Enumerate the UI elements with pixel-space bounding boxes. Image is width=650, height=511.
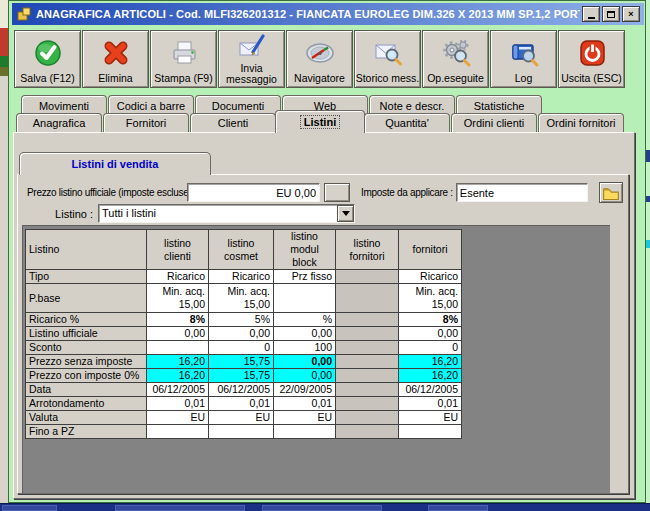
tax-browse-button[interactable] [599,182,623,203]
cell-p-base-4[interactable]: Min. acq. 15,00 [399,284,462,313]
cell-data-0[interactable]: 06/12/2005 [147,383,209,397]
cell-arrotondamento-1[interactable]: 0,01 [209,397,274,411]
cell-fino-a-pz-2[interactable] [274,425,336,439]
minimize-button[interactable] [582,6,600,22]
cell-valuta-4[interactable]: EU [399,411,462,425]
cell-ricarico-4[interactable]: 8% [399,313,462,327]
cell-ricarico-1[interactable]: 5% [209,313,274,327]
table-row-prezzo-con-imposte-0: Prezzo con imposte 0%16,2015,750,0016,20 [26,369,462,383]
column-header-listino-modul-block: listino modul block [274,230,336,270]
cell-sconto-0[interactable] [147,341,209,355]
cell-tipo-1[interactable]: Ricarico [209,270,274,284]
toolbar-button-uscita-esc[interactable]: Uscita (ESC) [558,30,625,88]
taskbar-item[interactable] [2,505,57,511]
taskbar-item[interactable] [115,505,245,511]
cell-prezzo-con-imposte-0-4[interactable]: 16,20 [399,369,462,383]
column-header-listino-cosmet: listino cosmet [209,230,274,270]
cell-data-2[interactable]: 22/09/2005 [274,383,336,397]
tab-listini[interactable]: Listini [275,110,365,133]
window-title: ANAGRAFICA ARTICOLI - Cod. MLFI326201312… [36,8,580,20]
cell-prezzo-senza-imposte-4[interactable]: 16,20 [399,355,462,369]
tab-ordini-fornitori[interactable]: Ordini fornitori [538,113,624,132]
listino-combobox[interactable]: Tutti i listini [98,204,355,223]
cell-listino-ufficiale-0[interactable]: 0,00 [147,327,209,341]
cell-tipo-2[interactable]: Prz fisso [274,270,336,284]
maximize-button[interactable] [602,6,620,22]
cell-sconto-2[interactable]: 100 [274,341,336,355]
cell-data-1[interactable]: 06/12/2005 [209,383,274,397]
tab-ordini-clienti[interactable]: Ordini clienti [451,113,537,132]
cell-ricarico-0[interactable]: 8% [147,313,209,327]
cell-ricarico-2[interactable]: % [274,313,336,327]
toolbar-button-salva-f12[interactable]: Salva (F12) [14,30,81,88]
cell-prezzo-senza-imposte-1[interactable]: 15,75 [209,355,274,369]
cell-sconto-1[interactable]: 0 [209,341,274,355]
cell-p-base-0[interactable]: Min. acq. 15,00 [147,284,209,313]
tab-clienti[interactable]: Clienti [190,113,276,132]
cell-valuta-0[interactable]: EU [147,411,209,425]
close-icon: × [628,10,633,19]
cell-tipo-4[interactable]: Ricarico [399,270,462,284]
taskbar-item[interactable] [262,505,382,511]
cell-fino-a-pz-1[interactable] [209,425,274,439]
price-input[interactable] [187,183,320,202]
cell-prezzo-con-imposte-0-0[interactable]: 16,20 [147,369,209,383]
history-message-icon [373,31,403,73]
background-window-right [646,0,650,503]
toolbar-button-op-eseguite[interactable]: Op.eseguite [422,30,489,88]
cell-arrotondamento-0[interactable]: 0,01 [147,397,209,411]
table-row-p-base: P.baseMin. acq. 15,00Min. acq. 15,00Min.… [26,284,462,313]
tab-quantita[interactable]: Quantita' [364,113,450,132]
listino-dropdown-button[interactable] [337,205,354,222]
cell-listino-ufficiale-4[interactable]: 0,00 [399,327,462,341]
tab-movimenti[interactable]: Movimenti [21,95,107,115]
operations-gears-icon [441,31,471,73]
toolbar-button-invia-messaggio[interactable]: Invia messaggio [218,30,285,88]
toolbar-button-log[interactable]: Log [490,30,557,88]
cell-prezzo-senza-imposte-2[interactable]: 0,00 [274,355,336,369]
toolbar-button-elimina[interactable]: Elimina [82,30,149,88]
toolbar-button-label: Salva (F12) [20,73,74,87]
close-button[interactable]: × [622,6,640,22]
cell-prezzo-con-imposte-0-3 [336,369,399,383]
cell-sconto-4[interactable]: 0 [399,341,462,355]
tab-fornitori[interactable]: Fornitori [103,113,189,132]
tax-input[interactable] [456,183,588,202]
cell-arrotondamento-2[interactable]: 0,01 [274,397,336,411]
toolbar-button-stampa-f9[interactable]: Stampa (F9) [150,30,217,88]
tab-documenti[interactable]: Documenti [195,95,281,115]
toolbar-button-label: Op.eseguite [427,73,484,87]
cell-data-4[interactable]: 06/12/2005 [399,383,462,397]
cell-arrotondamento-4[interactable]: 0,01 [399,397,462,411]
cell-valuta-2[interactable]: EU [274,411,336,425]
toolbar-button-storico-mess[interactable]: Storico mess. [354,30,421,88]
cell-p-base-1[interactable]: Min. acq. 15,00 [209,284,274,313]
tab-statistiche[interactable]: Statistiche [456,95,542,115]
cell-listino-ufficiale-1[interactable]: 0,00 [209,327,274,341]
inner-tab-listini-di-vendita[interactable]: Listini di vendita [19,152,211,175]
tab-codici-a-barre[interactable]: Codici a barre [108,95,194,115]
table-row-data: Data06/12/200506/12/200522/09/200506/12/… [26,383,462,397]
cell-fino-a-pz-0[interactable] [147,425,209,439]
cell-prezzo-con-imposte-0-2[interactable]: 0,00 [274,369,336,383]
taskbar-item[interactable] [428,505,488,511]
cell-p-base-2[interactable] [274,284,336,313]
toolbar-button-navigatore[interactable]: Navigatore [286,30,353,88]
column-header-listino-clienti: listino clienti [147,230,209,270]
tab-note-e-descr[interactable]: Note e descr. [369,95,455,115]
cell-arrotondamento-3 [336,397,399,411]
cell-listino-ufficiale-2[interactable]: 0,00 [274,327,336,341]
chevron-down-icon [342,211,350,216]
cell-valuta-1[interactable]: EU [209,411,274,425]
cell-prezzo-con-imposte-0-1[interactable]: 15,75 [209,369,274,383]
cell-fino-a-pz-3 [336,425,399,439]
listini-di-vendita-page: Prezzo listino ufficiale (imposte esclus… [17,174,629,494]
cell-tipo-0[interactable]: Ricarico [147,270,209,284]
cell-fino-a-pz-4[interactable] [399,425,462,439]
exit-power-icon [577,31,607,73]
cell-prezzo-senza-imposte-0[interactable]: 16,20 [147,355,209,369]
taskbar[interactable] [0,503,650,511]
navigator-compass-icon [304,31,336,73]
tab-anagrafica[interactable]: Anagrafica [16,113,102,132]
price-extra-button[interactable] [324,183,350,202]
